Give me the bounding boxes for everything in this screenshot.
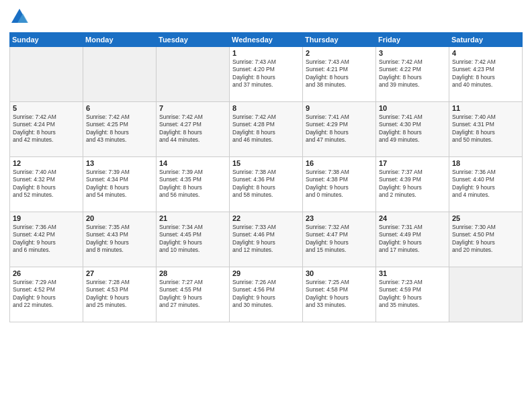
weekday-header-sunday: Sunday [10, 33, 83, 47]
logo [9, 7, 32, 27]
day-info: Sunrise: 7:42 AM Sunset: 4:28 PM Dayligh… [232, 113, 300, 144]
calendar-cell: 16Sunrise: 7:38 AM Sunset: 4:38 PM Dayli… [303, 157, 376, 212]
day-info: Sunrise: 7:42 AM Sunset: 4:27 PM Dayligh… [159, 113, 226, 144]
day-info: Sunrise: 7:42 AM Sunset: 4:25 PM Dayligh… [86, 113, 153, 144]
calendar-cell: 8Sunrise: 7:42 AM Sunset: 4:28 PM Daylig… [230, 102, 303, 157]
week-row-4: 19Sunrise: 7:36 AM Sunset: 4:42 PM Dayli… [10, 212, 523, 267]
calendar-cell: 4Sunrise: 7:42 AM Sunset: 4:23 PM Daylig… [449, 47, 523, 102]
day-number: 17 [379, 159, 446, 167]
header [9, 7, 523, 27]
day-info: Sunrise: 7:42 AM Sunset: 4:22 PM Dayligh… [379, 58, 446, 89]
day-number: 24 [379, 214, 446, 222]
day-number: 9 [306, 104, 373, 112]
day-info: Sunrise: 7:39 AM Sunset: 4:34 PM Dayligh… [86, 169, 153, 199]
day-number: 7 [159, 104, 226, 112]
calendar-cell: 22Sunrise: 7:33 AM Sunset: 4:46 PM Dayli… [230, 212, 303, 267]
day-number: 12 [13, 159, 80, 167]
calendar-table: SundayMondayTuesdayWednesdayThursdayFrid… [9, 32, 523, 322]
weekday-header-wednesday: Wednesday [230, 33, 303, 47]
day-number: 2 [306, 49, 373, 57]
week-row-1: 1Sunrise: 7:43 AM Sunset: 4:20 PM Daylig… [10, 47, 523, 102]
calendar-cell [10, 47, 83, 102]
calendar-cell: 25Sunrise: 7:30 AM Sunset: 4:50 PM Dayli… [449, 212, 523, 267]
day-number: 20 [86, 214, 153, 222]
calendar-cell: 6Sunrise: 7:42 AM Sunset: 4:25 PM Daylig… [83, 102, 157, 157]
day-number: 19 [13, 214, 80, 222]
calendar-cell: 31Sunrise: 7:23 AM Sunset: 4:59 PM Dayli… [376, 267, 449, 322]
calendar-cell: 3Sunrise: 7:42 AM Sunset: 4:22 PM Daylig… [376, 47, 449, 102]
day-number: 11 [452, 104, 519, 112]
calendar-cell: 28Sunrise: 7:27 AM Sunset: 4:55 PM Dayli… [157, 267, 230, 322]
logo-icon [9, 7, 30, 27]
calendar-cell: 30Sunrise: 7:25 AM Sunset: 4:58 PM Dayli… [303, 267, 376, 322]
day-info: Sunrise: 7:28 AM Sunset: 4:53 PM Dayligh… [86, 279, 153, 310]
day-number: 30 [306, 269, 373, 277]
calendar-cell: 20Sunrise: 7:35 AM Sunset: 4:43 PM Dayli… [83, 212, 157, 267]
calendar-cell: 14Sunrise: 7:39 AM Sunset: 4:35 PM Dayli… [157, 157, 230, 212]
day-number: 15 [232, 159, 300, 167]
day-number: 13 [86, 159, 153, 167]
day-info: Sunrise: 7:43 AM Sunset: 4:20 PM Dayligh… [232, 58, 300, 89]
day-number: 27 [86, 269, 153, 277]
day-number: 29 [232, 269, 300, 277]
day-number: 28 [159, 269, 226, 277]
day-info: Sunrise: 7:41 AM Sunset: 4:30 PM Dayligh… [379, 113, 446, 144]
calendar-cell: 17Sunrise: 7:37 AM Sunset: 4:39 PM Dayli… [376, 157, 449, 212]
day-info: Sunrise: 7:34 AM Sunset: 4:45 PM Dayligh… [159, 224, 226, 255]
day-info: Sunrise: 7:36 AM Sunset: 4:40 PM Dayligh… [452, 169, 519, 199]
week-row-5: 26Sunrise: 7:29 AM Sunset: 4:52 PM Dayli… [10, 267, 523, 322]
day-info: Sunrise: 7:30 AM Sunset: 4:50 PM Dayligh… [452, 224, 519, 255]
calendar-cell: 2Sunrise: 7:43 AM Sunset: 4:21 PM Daylig… [303, 47, 376, 102]
day-number: 6 [86, 104, 153, 112]
day-info: Sunrise: 7:23 AM Sunset: 4:59 PM Dayligh… [379, 279, 446, 310]
calendar-cell: 24Sunrise: 7:31 AM Sunset: 4:49 PM Dayli… [376, 212, 449, 267]
day-info: Sunrise: 7:25 AM Sunset: 4:58 PM Dayligh… [306, 279, 373, 310]
calendar-cell: 26Sunrise: 7:29 AM Sunset: 4:52 PM Dayli… [10, 267, 83, 322]
week-row-3: 12Sunrise: 7:40 AM Sunset: 4:32 PM Dayli… [10, 157, 523, 212]
calendar-cell: 13Sunrise: 7:39 AM Sunset: 4:34 PM Dayli… [83, 157, 157, 212]
day-info: Sunrise: 7:38 AM Sunset: 4:36 PM Dayligh… [232, 169, 300, 199]
day-number: 8 [232, 104, 300, 112]
day-info: Sunrise: 7:38 AM Sunset: 4:38 PM Dayligh… [306, 169, 373, 199]
day-info: Sunrise: 7:42 AM Sunset: 4:23 PM Dayligh… [452, 58, 519, 89]
calendar-cell [449, 267, 523, 322]
calendar-cell: 27Sunrise: 7:28 AM Sunset: 4:53 PM Dayli… [83, 267, 157, 322]
day-number: 14 [159, 159, 226, 167]
day-number: 3 [379, 49, 446, 57]
day-info: Sunrise: 7:27 AM Sunset: 4:55 PM Dayligh… [159, 279, 226, 310]
calendar-cell [83, 47, 157, 102]
day-info: Sunrise: 7:41 AM Sunset: 4:29 PM Dayligh… [306, 113, 373, 144]
weekday-header-saturday: Saturday [449, 33, 523, 47]
day-info: Sunrise: 7:39 AM Sunset: 4:35 PM Dayligh… [159, 169, 226, 199]
calendar-cell: 21Sunrise: 7:34 AM Sunset: 4:45 PM Dayli… [157, 212, 230, 267]
calendar-cell: 1Sunrise: 7:43 AM Sunset: 4:20 PM Daylig… [230, 47, 303, 102]
calendar-cell: 10Sunrise: 7:41 AM Sunset: 4:30 PM Dayli… [376, 102, 449, 157]
day-number: 4 [452, 49, 519, 57]
calendar-cell: 19Sunrise: 7:36 AM Sunset: 4:42 PM Dayli… [10, 212, 83, 267]
day-info: Sunrise: 7:42 AM Sunset: 4:24 PM Dayligh… [13, 113, 80, 144]
day-info: Sunrise: 7:26 AM Sunset: 4:56 PM Dayligh… [232, 279, 300, 310]
day-number: 31 [379, 269, 446, 277]
day-number: 21 [159, 214, 226, 222]
calendar-cell: 29Sunrise: 7:26 AM Sunset: 4:56 PM Dayli… [230, 267, 303, 322]
day-number: 16 [306, 159, 373, 167]
calendar-cell: 5Sunrise: 7:42 AM Sunset: 4:24 PM Daylig… [10, 102, 83, 157]
day-info: Sunrise: 7:31 AM Sunset: 4:49 PM Dayligh… [379, 224, 446, 255]
weekday-header-thursday: Thursday [303, 33, 376, 47]
calendar-cell: 9Sunrise: 7:41 AM Sunset: 4:29 PM Daylig… [303, 102, 376, 157]
day-info: Sunrise: 7:35 AM Sunset: 4:43 PM Dayligh… [86, 224, 153, 255]
day-number: 10 [379, 104, 446, 112]
day-info: Sunrise: 7:32 AM Sunset: 4:47 PM Dayligh… [306, 224, 373, 255]
day-info: Sunrise: 7:37 AM Sunset: 4:39 PM Dayligh… [379, 169, 446, 199]
calendar-cell: 7Sunrise: 7:42 AM Sunset: 4:27 PM Daylig… [157, 102, 230, 157]
day-number: 25 [452, 214, 519, 222]
day-info: Sunrise: 7:29 AM Sunset: 4:52 PM Dayligh… [13, 279, 80, 310]
day-number: 18 [452, 159, 519, 167]
day-number: 5 [13, 104, 80, 112]
weekday-header-tuesday: Tuesday [157, 33, 230, 47]
weekday-header-friday: Friday [376, 33, 449, 47]
day-info: Sunrise: 7:43 AM Sunset: 4:21 PM Dayligh… [306, 58, 373, 89]
week-row-2: 5Sunrise: 7:42 AM Sunset: 4:24 PM Daylig… [10, 102, 523, 157]
day-number: 26 [13, 269, 80, 277]
weekday-header-row: SundayMondayTuesdayWednesdayThursdayFrid… [10, 33, 523, 47]
